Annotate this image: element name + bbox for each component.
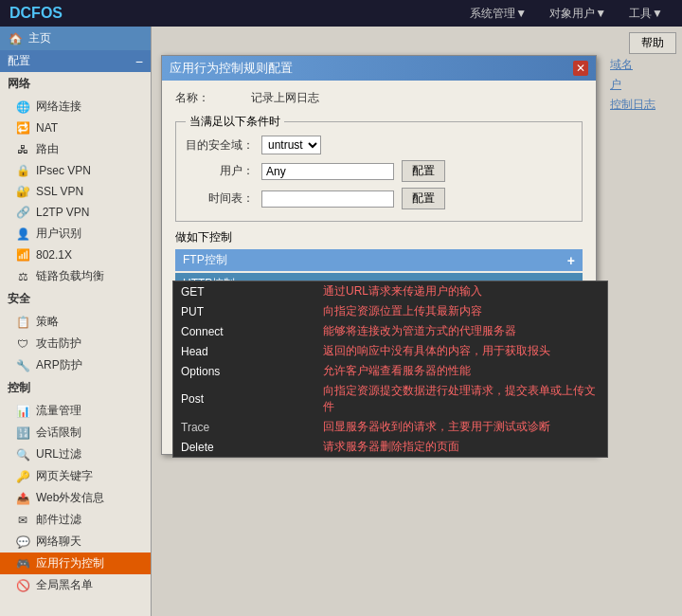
user-config-button[interactable]: 配置 [402,160,445,182]
ftp-toggle[interactable]: + [567,253,575,268]
sidebar-item-sslvpn[interactable]: 🔐 SSL VPN [0,181,151,202]
dialog-title-text: 应用行为控制规则配置 [170,60,293,77]
trace-option: Trace [181,421,247,434]
get-option: GET [181,285,247,299]
zone-row: 目的安全域： untrust trust dmz any [186,136,572,154]
name-value: 记录上网日志 [251,90,583,106]
chat-label: 网络聊天 [36,534,81,550]
sidebar-item-attack[interactable]: 🛡 攻击防护 [0,333,151,354]
get-desc: 通过URL请求来传递用户的输入 [323,283,600,299]
app-logo: DCFOS [9,5,63,22]
nav-user[interactable]: 对象用户▼ [540,4,616,24]
sidebar-item-8021x[interactable]: 📶 802.1X [0,245,151,265]
sidebar-item-session[interactable]: 🔢 会话限制 [0,422,151,444]
session-icon: 🔢 [15,426,30,441]
home-icon: 🏠 [8,31,23,46]
sidebar-item-appcontrol[interactable]: 🎮 应用行为控制 [0,553,151,574]
sidebar-item-webinfo[interactable]: 📤 Web外发信息 [0,487,151,509]
sidebar-item-nat[interactable]: 🔁 NAT [0,118,151,138]
options-option: Options [181,365,247,378]
flow-label: 流量管理 [36,403,81,419]
sidebar-item-chat[interactable]: 💬 网络聊天 [0,531,151,553]
dialog-close-button[interactable]: ✕ [573,61,588,76]
session-label: 会话限制 [36,425,81,441]
sidebar-item-lb[interactable]: ⚖ 链路负载均衡 [0,265,151,287]
sidebar-item-policy[interactable]: 📋 策略 [0,311,151,333]
connect-desc: 能够将连接改为管道方式的代理服务器 [323,323,600,339]
ftp-label: FTP控制 [183,252,227,268]
help-button[interactable]: 帮助 [629,32,676,54]
userid-icon: 👤 [15,226,30,242]
config-label: 配置 [8,53,30,69]
mail-icon: ✉ [15,513,30,528]
nat-label: NAT [36,121,58,135]
8021x-label: 802.1X [36,248,72,262]
config-header: 配置 − [0,50,151,72]
route-icon: 🖧 [15,142,30,157]
appcontrol-label: 应用行为控制 [36,555,104,571]
ipsec-icon: 🔒 [15,163,30,178]
dropdown-item-connect[interactable]: Connect 能够将连接改为管道方式的代理服务器 [173,321,607,341]
config-collapse[interactable]: − [135,54,143,69]
sidebar-item-url[interactable]: 🔍 URL过滤 [0,444,151,465]
nat-icon: 🔁 [15,120,30,136]
dropdown-item-head[interactable]: Head 返回的响应中没有具体的内容，用于获取报头 [173,341,607,361]
sidebar-home[interactable]: 🏠 主页 [0,27,151,50]
sidebar: 🏠 主页 配置 − 网络 🌐 网络连接 🔁 NAT 🖧 路由 🔒 IPsec V… [0,27,152,616]
lb-label: 链路负载均衡 [36,268,104,284]
dropdown-overlay: GET 通过URL请求来传递用户的输入 PUT 向指定资源位置上传其最新内容 C… [172,281,608,458]
dropdown-item-options[interactable]: Options 允许客户端查看服务器的性能 [173,361,607,381]
right-link-log[interactable]: 控制日志 [606,95,682,115]
time-config-button[interactable]: 配置 [402,188,445,209]
right-link-domain[interactable]: 域名 [606,55,682,75]
attack-label: 攻击防护 [36,335,81,352]
policy-label: 策略 [36,314,59,330]
sidebar-item-mailfilter[interactable]: ✉ 邮件过滤 [0,509,151,531]
sidebar-item-blacklist[interactable]: 🚫 全局黑名单 [0,574,151,596]
sidebar-item-user-id[interactable]: 👤 用户识别 [0,223,151,245]
l2tp-icon: 🔗 [15,205,30,220]
section-network: 网络 [0,72,151,96]
right-link-user[interactable]: 户 [606,75,682,95]
arp-icon: 🔧 [15,358,30,373]
user-label: 用户： [186,163,254,179]
ipsec-label: IPsec VPN [36,164,91,177]
condition-section: 当满足以下条件时 目的安全域： untrust trust dmz any 用户… [175,114,583,222]
userid-label: 用户识别 [36,226,81,242]
l2tp-label: L2TP VPN [36,206,89,219]
sidebar-item-network[interactable]: 🌐 网络连接 [0,96,151,118]
dropdown-item-delete[interactable]: Delete 请求服务器删除指定的页面 [173,437,607,457]
time-input[interactable] [261,190,394,208]
zone-select[interactable]: untrust trust dmz any [261,136,321,154]
delete-option: Delete [181,441,247,454]
sidebar-item-route[interactable]: 🖧 路由 [0,138,151,160]
dropdown-item-get[interactable]: GET 通过URL请求来传递用户的输入 [173,281,607,301]
action-section-label: 做如下控制 [175,229,583,245]
name-row: 名称： 记录上网日志 [175,90,583,106]
main-layout: 🏠 主页 配置 − 网络 🌐 网络连接 🔁 NAT 🖧 路由 🔒 IPsec V… [0,27,682,616]
sidebar-item-ipsec[interactable]: 🔒 IPsec VPN [0,160,151,181]
time-label: 时间表： [186,190,254,207]
dropdown-item-post[interactable]: Post 向指定资源提交数据进行处理请求，提交表单或上传文件 [173,381,607,417]
mailfilter-label: 邮件过滤 [36,512,81,528]
put-option: PUT [181,305,247,318]
topbar: DCFOS 系统管理▼ 对象用户▼ 工具▼ [0,0,682,27]
condition-legend: 当满足以下条件时 [186,114,284,130]
appcontrol-icon: 🎮 [15,556,30,571]
name-label: 名称： [175,90,251,106]
content-area: 帮助 域名 户 控制日志 应用行为控制规则配置 ✕ 名称： 记录上网日志 当满足… [152,27,682,616]
dropdown-item-trace[interactable]: Trace 回显服务器收到的请求，主要用于测试或诊断 [173,417,607,437]
url-label: URL过滤 [36,446,81,462]
section-security: 安全 [0,287,151,311]
sidebar-item-flow[interactable]: 📊 流量管理 [0,400,151,422]
policy-icon: 📋 [15,315,30,330]
sidebar-item-l2tp[interactable]: 🔗 L2TP VPN [0,202,151,223]
nav-system[interactable]: 系统管理▼ [460,4,536,24]
sidebar-item-keyword[interactable]: 🔑 网页关键字 [0,465,151,487]
dropdown-item-put[interactable]: PUT 向指定资源位置上传其最新内容 [173,301,607,321]
sidebar-item-arp[interactable]: 🔧 ARP防护 [0,354,151,376]
nav-tools[interactable]: 工具▼ [619,4,673,24]
user-input[interactable] [261,163,394,180]
attack-icon: 🛡 [15,336,30,352]
ftp-header[interactable]: FTP控制 + [175,249,583,271]
